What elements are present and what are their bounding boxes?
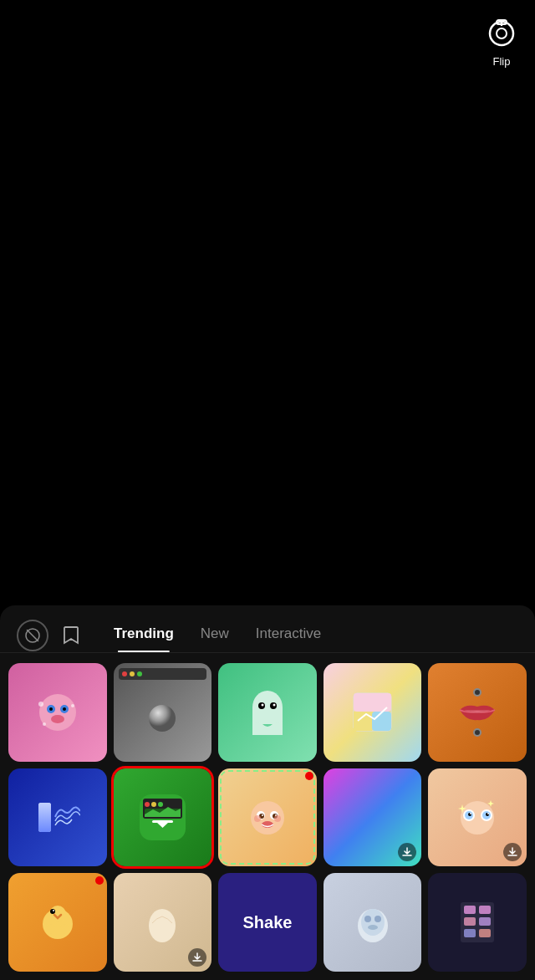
- filter-chick[interactable]: [8, 873, 107, 972]
- svg-point-58: [46, 924, 56, 934]
- download-icon: [398, 843, 416, 861]
- filter-grid: Shake: [0, 653, 535, 980]
- svg-point-9: [63, 707, 66, 711]
- svg-point-57: [53, 910, 54, 911]
- filter-color-gradient[interactable]: [324, 768, 422, 867]
- shake-label: Shake: [243, 913, 293, 932]
- bottom-panel: Trending New Interactive: [0, 605, 535, 980]
- svg-rect-68: [479, 906, 491, 914]
- svg-point-65: [368, 925, 378, 930]
- filter-photo-strip[interactable]: [428, 873, 527, 972]
- svg-point-59: [59, 924, 69, 934]
- notif-dot: [305, 772, 313, 780]
- download-icon-2: [503, 843, 522, 861]
- tab-bar: Trending New Interactive: [0, 605, 535, 653]
- filter-landscape[interactable]: [114, 768, 212, 867]
- svg-rect-70: [479, 917, 491, 926]
- bookmark-button[interactable]: [55, 620, 87, 651]
- flip-button[interactable]: Flip: [483, 15, 520, 68]
- svg-point-40: [262, 814, 263, 816]
- svg-point-12: [71, 704, 74, 707]
- svg-rect-71: [464, 929, 476, 937]
- svg-point-19: [261, 704, 263, 707]
- svg-point-44: [274, 815, 281, 822]
- svg-point-31: [158, 802, 163, 807]
- filter-pastel-paint[interactable]: [324, 663, 422, 762]
- svg-point-11: [38, 702, 43, 707]
- svg-point-52: [470, 813, 471, 814]
- filter-wave[interactable]: [8, 768, 107, 867]
- svg-point-1: [497, 28, 507, 38]
- svg-rect-72: [479, 929, 491, 937]
- svg-rect-16: [252, 707, 283, 724]
- filter-shake[interactable]: Shake: [218, 873, 317, 972]
- svg-rect-23: [354, 712, 372, 731]
- notif-dot-chick: [95, 876, 104, 885]
- camera-view: Flip: [0, 0, 535, 585]
- flip-camera-icon: [483, 15, 520, 52]
- tab-new[interactable]: New: [187, 619, 242, 652]
- filter-pink-doll[interactable]: [8, 663, 107, 762]
- svg-point-14: [149, 705, 176, 732]
- svg-point-55: [49, 906, 66, 922]
- svg-point-53: [487, 813, 489, 814]
- filter-silver-ball[interactable]: [114, 663, 212, 762]
- svg-point-20: [273, 704, 275, 707]
- svg-point-62: [361, 909, 385, 936]
- svg-point-64: [374, 916, 381, 922]
- svg-point-29: [145, 802, 150, 807]
- filter-sparkle-eyes[interactable]: [428, 768, 527, 867]
- tab-interactive[interactable]: Interactive: [242, 619, 334, 652]
- download-icon-egg: [188, 948, 206, 967]
- filter-green-ghost[interactable]: [218, 663, 317, 762]
- svg-rect-67: [464, 906, 476, 914]
- svg-point-8: [49, 707, 53, 711]
- svg-point-60: [149, 909, 176, 942]
- filter-egg[interactable]: [114, 873, 212, 972]
- svg-point-63: [364, 916, 371, 922]
- filter-cute-face[interactable]: [218, 768, 317, 867]
- filter-lips[interactable]: [428, 663, 527, 762]
- svg-point-13: [43, 722, 46, 726]
- svg-rect-24: [372, 712, 391, 731]
- svg-point-10: [51, 715, 64, 723]
- filter-face-pod[interactable]: [324, 873, 422, 972]
- svg-rect-26: [38, 803, 51, 832]
- svg-point-30: [151, 802, 156, 807]
- tab-trending[interactable]: Trending: [100, 619, 187, 652]
- svg-line-4: [28, 630, 38, 641]
- svg-point-56: [50, 909, 55, 914]
- svg-rect-69: [464, 917, 476, 926]
- no-filter-button[interactable]: [17, 620, 48, 651]
- svg-point-43: [254, 815, 261, 822]
- flip-label: Flip: [493, 55, 511, 68]
